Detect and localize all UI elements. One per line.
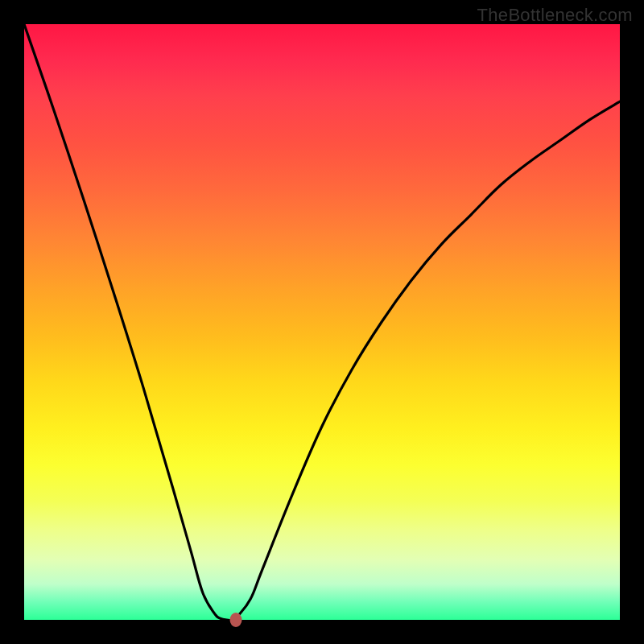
- bottleneck-curve-line: [24, 24, 620, 620]
- chart-curve-svg: [24, 24, 620, 620]
- chart-container: [24, 24, 620, 620]
- watermark-text: TheBottleneck.com: [477, 5, 633, 26]
- optimal-point-marker: [229, 613, 242, 627]
